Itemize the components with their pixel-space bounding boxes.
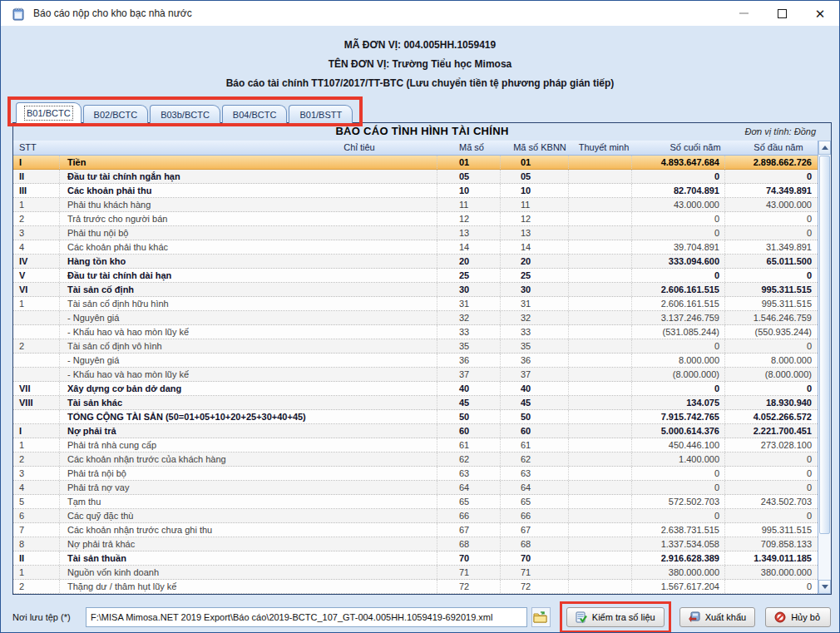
save-path-input[interactable]	[86, 607, 527, 627]
cell: 50	[437, 410, 501, 423]
table-row[interactable]: 1Phải trả nhà cung cấp6161450.446.100273…	[13, 438, 818, 452]
table-row[interactable]: - Khấu hao và hao mòn lũy kế3333(531.085…	[13, 325, 818, 339]
scroll-up-button[interactable]	[818, 141, 831, 155]
check-data-button[interactable]: Kiểm tra số liệu	[566, 607, 665, 627]
cell	[569, 495, 632, 508]
scroll-thumb[interactable]	[819, 156, 830, 534]
cell: Các khoản phải thu khác	[60, 240, 437, 254]
table-row[interactable]: VIIXây dựng cơ bản dở dang404000	[13, 382, 818, 396]
cell: TỔNG CỘNG TÀI SẢN (50=01+05+10+20+25+30+…	[60, 410, 437, 423]
maximize-button[interactable]	[763, 1, 801, 26]
table-row[interactable]: 2Thặng dư / thâm hụt lũy kế72721.567.617…	[13, 580, 818, 594]
table-row[interactable]: 4Phải trả nợ vay646400	[13, 481, 818, 495]
cell: 33	[501, 325, 569, 339]
cell: 10	[501, 184, 569, 197]
table-row[interactable]: ITiền01014.893.647.6842.898.662.726	[13, 156, 818, 170]
table-row[interactable]: - Nguyên giá36368.000.0008.000.000	[13, 354, 818, 368]
cell: Các khoản nhận trước chưa ghi thu	[60, 523, 437, 537]
minimize-button[interactable]	[724, 1, 763, 26]
tab-b03b-bctc[interactable]: B03b/BCTC	[150, 105, 220, 123]
cell: 60	[437, 424, 501, 438]
table-row[interactable]: 6Các quỹ đặc thù666600	[13, 509, 818, 523]
table-row[interactable]: IIICác khoản phải thu101082.704.89174.34…	[13, 184, 818, 198]
cell: 68	[501, 537, 569, 551]
table-row[interactable]: TỔNG CỘNG TÀI SẢN (50=01+05+10+20+25+30+…	[13, 410, 818, 424]
cell: 134.075	[632, 396, 725, 409]
table-row[interactable]: - Khấu hao và hao mòn lũy kế3737(8.000.0…	[13, 368, 818, 382]
cell	[569, 170, 632, 183]
table-row[interactable]: 2Tài sản cố định vô hình353500	[13, 339, 818, 354]
table-row[interactable]: 3Phải trả nội bộ636300	[13, 467, 818, 481]
cell	[569, 339, 632, 353]
table-row[interactable]: VIIITài sản khác4545134.07518.930.940	[13, 396, 818, 410]
column-header[interactable]: STT	[19, 142, 37, 152]
close-button[interactable]: ✕	[801, 1, 839, 26]
table-row[interactable]: 3Phải thu nội bộ131300	[13, 226, 818, 240]
cell: 0	[725, 509, 817, 522]
grid-header-row[interactable]: STTChỉ tiêuMã sốMã số KBNNThuyết minhSố …	[13, 141, 818, 156]
cell: 60	[501, 424, 569, 438]
cell: 1.337.534.058	[632, 537, 725, 551]
tab-b01-bstt[interactable]: B01/BSTT	[289, 105, 353, 123]
cell: Thặng dư / thâm hụt lũy kế	[60, 580, 437, 593]
cell: 67	[437, 523, 501, 537]
cell: 71	[501, 566, 569, 579]
cell: Tài sản thuần	[60, 551, 437, 565]
column-header[interactable]: Chỉ tiêu	[343, 142, 374, 152]
cell: 572.502.703	[632, 495, 725, 508]
table-row[interactable]: IITài sản thuần70702.916.628.3891.349.01…	[13, 551, 818, 566]
table-row[interactable]: 8Nợ phải trả khác68681.337.534.058709.85…	[13, 537, 818, 551]
cell: 0	[725, 467, 817, 480]
cell: 2.221.700.451	[725, 424, 817, 438]
browse-folder-button[interactable]	[531, 607, 551, 627]
table-row[interactable]: VITài sản cố định30302.606.161.515995.31…	[13, 283, 818, 297]
cell: 7	[13, 523, 60, 537]
cell	[569, 551, 632, 565]
table-row[interactable]: VĐầu tư tài chính dài hạn252500	[13, 269, 818, 283]
table-row[interactable]: 1Tài sản cố định hữu hình31312.606.161.5…	[13, 297, 818, 311]
cell: 45	[501, 396, 569, 409]
cell: 5	[13, 495, 60, 508]
cell: 50	[501, 410, 569, 423]
table-row[interactable]: 5Tạm thu6565572.502.703243.502.703	[13, 495, 818, 509]
export-label: Xuất khẩu	[705, 612, 747, 622]
scroll-track[interactable]	[818, 535, 831, 580]
cancel-button[interactable]: Hủy bỏ	[765, 607, 831, 627]
cell: Phải trả nhà cung cấp	[60, 438, 437, 452]
cell: II	[13, 551, 60, 565]
tab-b02-bctc[interactable]: B02/BCTC	[83, 105, 149, 123]
table-row[interactable]: 7Các khoản nhận trước chưa ghi thu67672.…	[13, 523, 818, 537]
tab-b04-bctc[interactable]: B04/BCTC	[222, 105, 288, 123]
cancel-label: Hủy bỏ	[791, 612, 820, 622]
column-header[interactable]: Mã số KBNN	[513, 142, 566, 152]
table-row[interactable]: 2Các khoản nhận trước của khách hàng6262…	[13, 452, 818, 467]
report-app-icon	[12, 7, 26, 21]
cell: 82.704.891	[632, 184, 725, 197]
table-row[interactable]: 1Phải thu khách hàng111143.000.00043.000…	[13, 198, 818, 212]
cell: 32	[501, 311, 569, 324]
cell: 71	[437, 566, 501, 579]
cell: 0	[632, 509, 725, 522]
table-row[interactable]: 2Trả trước cho người bán121200	[13, 212, 818, 226]
column-header[interactable]: Mã số	[459, 142, 484, 152]
column-header[interactable]: Số cuối năm	[670, 142, 720, 152]
table-row[interactable]: 4Các khoản phải thu khác141439.704.89131…	[13, 240, 818, 255]
export-button[interactable]: Xuất khẩu	[679, 607, 756, 627]
cell: 2.606.161.515	[632, 283, 725, 296]
cell: 709.858.133	[725, 537, 817, 551]
report-grid: BÁO CÁO TÌNH HÌNH TÀI CHÍNH Đơn vị tính:…	[12, 122, 832, 595]
cell: 6	[13, 509, 60, 522]
table-row[interactable]: IVHàng tồn kho2020333.094.60065.011.500	[13, 255, 818, 269]
vertical-scrollbar[interactable]	[818, 141, 831, 594]
table-row[interactable]: - Nguyên giá32323.137.246.7591.546.246.7…	[13, 311, 818, 325]
column-header[interactable]: Thuyết minh	[579, 142, 630, 152]
column-header[interactable]: Số đầu năm	[754, 142, 803, 152]
save-path-label: Nơi lưu tệp (*)	[12, 612, 86, 622]
cell	[13, 354, 60, 367]
table-row[interactable]: 1Nguồn vốn kinh doanh7171380.000.000380.…	[13, 566, 818, 580]
table-row[interactable]: INợ phải trả60605.000.614.3762.221.700.4…	[13, 424, 818, 438]
table-row[interactable]: IIĐầu tư tài chính ngắn hạn050500	[13, 170, 818, 184]
cell: 72	[437, 580, 501, 593]
scroll-down-button[interactable]	[818, 580, 831, 594]
tab-b01-bctc[interactable]: B01/BCTC	[16, 102, 82, 123]
